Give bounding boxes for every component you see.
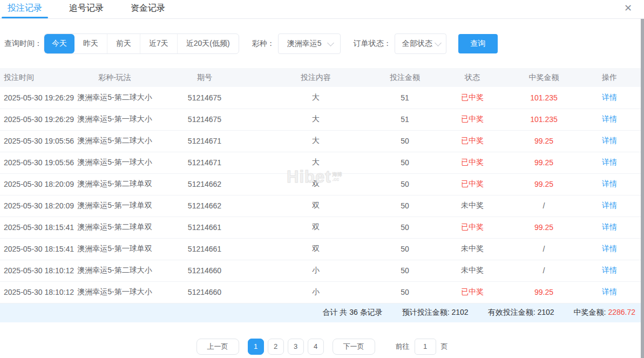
cell-action: 详情 (575, 281, 644, 303)
detail-link[interactable]: 详情 (602, 158, 617, 166)
time-option-day-before[interactable]: 前天 (107, 34, 140, 53)
column-header: 投注金额 (378, 68, 432, 87)
cell-status: 未中奖 (432, 260, 513, 281)
cell-game: 澳洲幸运5-第二球大小 (74, 260, 155, 281)
page-button-3[interactable]: 3 (288, 339, 304, 355)
query-button[interactable]: 查询 (458, 34, 498, 53)
cell-content: 双 (254, 173, 378, 195)
table-row: 2025-05-30 18:20:09澳洲幸运5-第一球单双51214662双5… (0, 195, 644, 217)
cell-time: 2025-05-30 18:20:09 (0, 195, 74, 217)
cell-game: 澳洲幸运5-第一球单双 (74, 195, 155, 217)
order-status-value: 全部状态 (402, 39, 432, 49)
detail-link[interactable]: 详情 (602, 244, 617, 253)
tab-chase-records[interactable]: 追号记录 (67, 0, 106, 18)
cell-time: 2025-05-30 18:15:41 (0, 238, 74, 260)
cell-action: 详情 (575, 87, 644, 109)
cell-issue: 51214675 (155, 109, 254, 130)
cell-prize: 99.25 (513, 152, 575, 173)
cell-content: 双 (254, 217, 378, 238)
cell-content: 大 (254, 109, 378, 130)
cell-status: 未中奖 (432, 238, 513, 260)
time-option-today[interactable]: 今天 (44, 34, 74, 53)
cell-action: 详情 (575, 238, 644, 260)
goto-page-input[interactable] (415, 339, 436, 355)
goto-label: 前往 (396, 342, 410, 352)
next-page-button[interactable]: 下一页 (333, 339, 375, 355)
cell-game: 澳洲幸运5-第一球大小 (74, 152, 155, 173)
cell-issue: 51214662 (155, 173, 254, 195)
cell-amount: 50 (378, 260, 432, 281)
page-button-2[interactable]: 2 (268, 339, 284, 355)
time-option-last20days[interactable]: 近20天(低频) (177, 34, 239, 53)
cell-content: 小 (254, 260, 378, 281)
cell-amount: 50 (378, 217, 432, 238)
order-status-select[interactable]: 全部状态 (395, 33, 446, 54)
cell-prize: 99.25 (513, 173, 575, 195)
time-option-yesterday[interactable]: 昨天 (74, 34, 107, 53)
page-button-1[interactable]: 1 (248, 339, 264, 355)
tab-bar: 投注记录追号记录资金记录 ✕ (0, 0, 644, 19)
scrollbar[interactable] (641, 19, 644, 358)
cell-status: 已中奖 (432, 281, 513, 303)
cell-time: 2025-05-30 19:05:56 (0, 130, 74, 152)
cell-status: 未中奖 (432, 195, 513, 217)
table-row: 2025-05-30 18:10:12澳洲幸运5-第一球大小51214660小5… (0, 281, 644, 303)
detail-link[interactable]: 详情 (602, 287, 617, 296)
cell-game: 澳洲幸运5-第二球单双 (74, 173, 155, 195)
lottery-select-value: 澳洲幸运5 (287, 39, 322, 49)
summary-total: 合计 共 36 条记录 (322, 308, 382, 318)
table-row: 2025-05-30 19:26:29澳洲幸运5-第二球大小51214675大5… (0, 87, 644, 109)
table-body: 2025-05-30 19:26:29澳洲幸运5-第二球大小51214675大5… (0, 87, 644, 303)
column-header: 操作 (575, 68, 644, 87)
cell-action: 详情 (575, 152, 644, 173)
cell-content: 双 (254, 195, 378, 217)
cell-game: 澳洲幸运5-第一球大小 (74, 281, 155, 303)
table-row: 2025-05-30 18:15:41澳洲幸运5-第二球单双51214661双5… (0, 217, 644, 238)
tab-betting-records[interactable]: 投注记录 (5, 0, 44, 18)
table-row: 2025-05-30 18:20:09澳洲幸运5-第二球单双51214662双5… (0, 173, 644, 195)
cell-amount: 50 (378, 173, 432, 195)
cell-issue: 51214671 (155, 152, 254, 173)
table-row: 2025-05-30 18:10:12澳洲幸运5-第二球大小51214660小5… (0, 260, 644, 281)
summary-prize-amount: 中奖金额: 2286.72 (574, 308, 635, 318)
cell-issue: 51214661 (155, 238, 254, 260)
cell-issue: 51214675 (155, 87, 254, 109)
column-header: 状态 (432, 68, 513, 87)
page-button-4[interactable]: 4 (308, 339, 324, 355)
detail-link[interactable]: 详情 (602, 93, 617, 102)
time-option-last7days[interactable]: 近7天 (140, 34, 177, 53)
cell-game: 澳洲幸运5-第二球单双 (74, 217, 155, 238)
tab-funds-records[interactable]: 资金记录 (128, 0, 167, 18)
cell-action: 详情 (575, 195, 644, 217)
detail-link[interactable]: 详情 (602, 222, 617, 231)
cell-amount: 50 (378, 195, 432, 217)
lottery-label: 彩种： (252, 39, 275, 49)
chevron-down-icon (435, 39, 442, 46)
time-filter-label: 查询时间： (4, 39, 42, 49)
pagination: 上一页 1234 下一页 前往 页 (0, 339, 644, 355)
table-row: 2025-05-30 18:15:41澳洲幸运5-第一球单双51214661双5… (0, 238, 644, 260)
detail-link[interactable]: 详情 (602, 201, 617, 210)
close-icon[interactable]: ✕ (624, 1, 632, 16)
cell-time: 2025-05-30 19:26:29 (0, 109, 74, 130)
detail-link[interactable]: 详情 (602, 179, 617, 188)
lottery-select[interactable]: 澳洲幸运5 (278, 33, 341, 54)
table-row: 2025-05-30 19:05:56澳洲幸运5-第二球大小51214671大5… (0, 130, 644, 152)
cell-issue: 51214660 (155, 281, 254, 303)
cell-amount: 51 (378, 109, 432, 130)
cell-time: 2025-05-30 18:15:41 (0, 217, 74, 238)
prev-page-button[interactable]: 上一页 (196, 339, 239, 355)
cell-prize: 101.235 (513, 87, 575, 109)
detail-link[interactable]: 详情 (602, 136, 617, 145)
records-table: 投注时间彩种-玩法期号投注内容投注金额状态中奖金额操作 2025-05-30 1… (0, 68, 644, 303)
goto-suffix: 页 (441, 342, 448, 352)
summary-valid-amount: 有效投注金额: 2102 (488, 308, 554, 318)
cell-time: 2025-05-30 19:26:29 (0, 87, 74, 109)
cell-status: 已中奖 (432, 217, 513, 238)
cell-amount: 50 (378, 281, 432, 303)
detail-link[interactable]: 详情 (602, 114, 617, 123)
detail-link[interactable]: 详情 (602, 266, 617, 274)
summary-row: 合计 共 36 条记录 预计投注金额: 2102 有效投注金额: 2102 中奖… (0, 303, 644, 322)
cell-issue: 51214660 (155, 260, 254, 281)
order-status-label: 订单状态： (354, 39, 391, 49)
